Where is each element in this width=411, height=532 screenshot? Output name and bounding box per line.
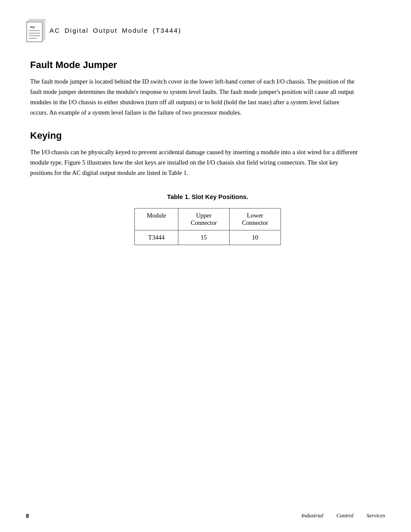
page-footer: 8 Industrial Control Services — [26, 512, 385, 519]
col-header-upper: UpperConnector — [178, 208, 230, 230]
header-title: AC Digital Output Module (T3444) — [50, 27, 181, 34]
cell-lower-connector: 10 — [230, 230, 281, 245]
section-heading-keying: Keying — [30, 130, 385, 141]
table-section: Table 1. Slot Key Positions. Module Uppe… — [30, 193, 385, 245]
footer-right: Industrial Control Services — [301, 512, 385, 519]
fault-mode-paragraph: The fault mode jumper is located behind … — [30, 77, 358, 118]
table-row: T3444 15 10 — [135, 230, 281, 245]
col-header-lower: LowerConnector — [230, 208, 281, 230]
svg-rect-2 — [27, 22, 42, 42]
table-caption: Table 1. Slot Key Positions. — [30, 193, 385, 200]
page-container: PD AC Digital Output Module (T3444) Faul… — [0, 0, 411, 532]
footer-control: Control — [336, 512, 354, 519]
section-heading-fault-mode: Fault Mode Jumper — [30, 59, 385, 71]
col-header-module: Module — [135, 208, 178, 230]
table-header-row: Module UpperConnector LowerConnector — [135, 208, 281, 230]
keying-paragraph: The I/O chassis can be physically keyed … — [30, 147, 358, 178]
main-content: Fault Mode Jumper The fault mode jumper … — [26, 59, 385, 245]
slot-key-table: Module UpperConnector LowerConnector T34… — [134, 208, 281, 245]
svg-text:PD: PD — [30, 25, 35, 29]
document-icon: PD — [26, 17, 50, 43]
footer-industrial: Industrial — [301, 512, 323, 519]
footer-services: Services — [367, 512, 385, 519]
cell-upper-connector: 15 — [178, 230, 230, 245]
cell-module: T3444 — [135, 230, 178, 245]
page-header: PD AC Digital Output Module (T3444) — [26, 17, 385, 47]
page-number: 8 — [26, 513, 29, 519]
